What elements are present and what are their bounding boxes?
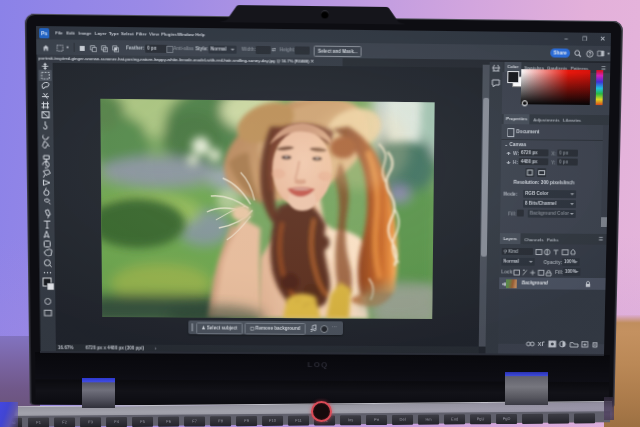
svg-text:?: ?: [588, 51, 591, 57]
